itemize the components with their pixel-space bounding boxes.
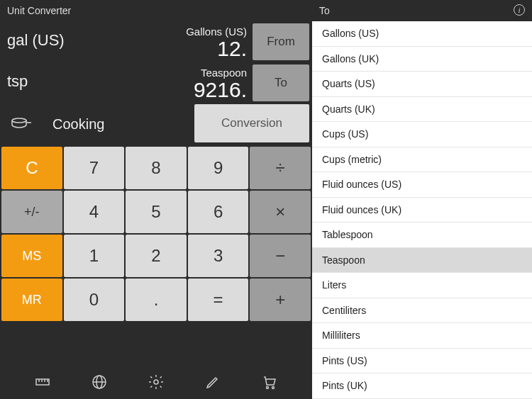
- key-5[interactable]: 5: [126, 191, 187, 233]
- svg-point-12: [272, 387, 275, 389]
- toolbar: [0, 365, 312, 399]
- key-multiply[interactable]: ×: [250, 191, 311, 233]
- display: gal (US) Gallons (US) 12. From tsp Teasp…: [0, 21, 312, 103]
- info-icon[interactable]: i: [514, 4, 525, 16]
- right-title: To i: [312, 0, 532, 21]
- key-divide[interactable]: ÷: [250, 147, 311, 189]
- key-ms[interactable]: MS: [1, 235, 62, 277]
- pen-icon[interactable]: [204, 373, 221, 390]
- to-abbr: tsp: [7, 72, 28, 91]
- key-plus-minus[interactable]: +/-: [1, 191, 62, 233]
- list-item[interactable]: Cups (US): [312, 122, 532, 147]
- list-item[interactable]: Pints (UK): [312, 373, 532, 399]
- list-item[interactable]: Quarts (US): [312, 72, 532, 97]
- from-abbr: gal (US): [7, 31, 65, 50]
- conversion-button[interactable]: Conversion: [194, 104, 309, 142]
- key-0[interactable]: 0: [64, 279, 125, 321]
- svg-point-0: [12, 118, 26, 123]
- list-item[interactable]: Milliliters: [312, 323, 532, 349]
- key-3[interactable]: 3: [188, 235, 249, 277]
- list-item[interactable]: Gallons (UK): [312, 47, 532, 72]
- ruler-icon[interactable]: [34, 373, 51, 390]
- key-6[interactable]: 6: [188, 191, 249, 233]
- list-item[interactable]: Cups (metric): [312, 147, 532, 173]
- globe-icon[interactable]: [91, 373, 108, 390]
- app-title: Unit Converter: [0, 0, 312, 21]
- list-item[interactable]: Tablespoon: [312, 223, 532, 248]
- key-8[interactable]: 8: [126, 147, 187, 189]
- gear-icon[interactable]: [148, 373, 165, 390]
- unit-list[interactable]: Gallons (US)Gallons (UK)Quarts (US)Quart…: [312, 21, 532, 399]
- key-equals[interactable]: =: [188, 279, 249, 321]
- from-button[interactable]: From: [253, 23, 309, 60]
- svg-point-10: [154, 380, 158, 384]
- keypad: C 7 8 9 ÷ +/- 4 5 6 × MS 1 2 3 − MR 0 . …: [0, 145, 312, 365]
- right-title-label: To: [319, 5, 330, 16]
- svg-point-11: [267, 387, 269, 389]
- from-value: 12.: [217, 37, 247, 61]
- list-item[interactable]: Pints (US): [312, 349, 532, 374]
- key-clear[interactable]: C: [1, 147, 62, 189]
- cart-icon[interactable]: [261, 373, 278, 390]
- list-item[interactable]: Centiliters: [312, 298, 532, 324]
- key-mr[interactable]: MR: [1, 279, 62, 321]
- list-item[interactable]: Liters: [312, 273, 532, 298]
- to-button[interactable]: To: [253, 64, 309, 101]
- key-7[interactable]: 7: [64, 147, 125, 189]
- key-4[interactable]: 4: [64, 191, 125, 233]
- to-unit: Teaspoon: [201, 67, 247, 79]
- key-2[interactable]: 2: [126, 235, 187, 277]
- key-9[interactable]: 9: [188, 147, 249, 189]
- list-item[interactable]: Quarts (UK): [312, 97, 532, 123]
- cooking-icon: [10, 115, 31, 133]
- list-item[interactable]: Fluid ounces (US): [312, 172, 532, 198]
- key-plus[interactable]: +: [250, 279, 311, 321]
- key-1[interactable]: 1: [64, 235, 125, 277]
- from-unit: Gallons (US): [186, 26, 247, 38]
- list-item[interactable]: Gallons (US): [312, 21, 532, 47]
- list-item[interactable]: Teaspoon: [312, 248, 532, 274]
- key-minus[interactable]: −: [250, 235, 311, 277]
- list-item[interactable]: Fluid ounces (UK): [312, 198, 532, 223]
- key-decimal[interactable]: .: [126, 279, 187, 321]
- category-label: Cooking: [52, 116, 104, 133]
- to-value: 9216.: [194, 78, 247, 102]
